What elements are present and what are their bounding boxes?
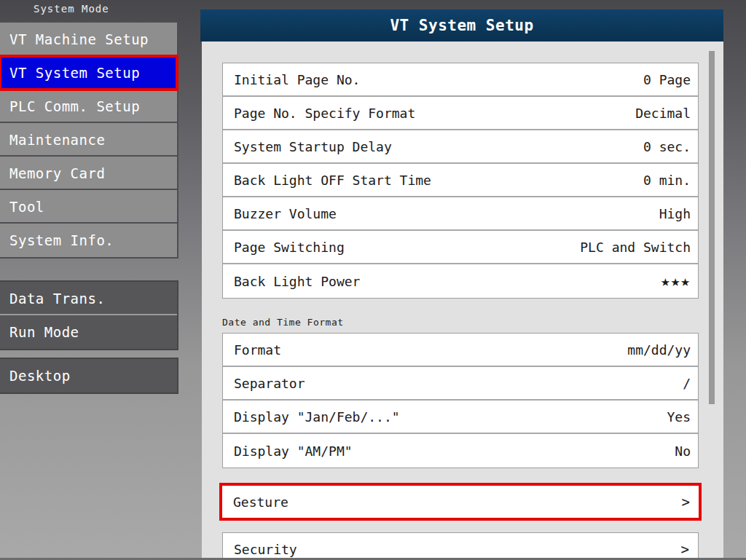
- sidebar-item-desktop[interactable]: Desktop: [0, 359, 177, 393]
- sidebar-item-vt-system-setup[interactable]: VT System Setup: [0, 56, 177, 90]
- desktop-menu: Desktop: [0, 358, 178, 394]
- sidebar-item-maintenance[interactable]: Maintenance: [0, 123, 177, 157]
- chevron-right-icon: >: [682, 494, 690, 510]
- sidebar-item-tool[interactable]: Tool: [0, 190, 177, 224]
- setting-value: 0 sec.: [643, 139, 691, 154]
- nav-row-label: Security: [234, 542, 297, 557]
- setting-label: Buzzer Volume: [234, 206, 337, 221]
- row-back-light-power[interactable]: Back Light Power ★★★: [223, 264, 698, 298]
- setting-label: Back Light OFF Start Time: [234, 173, 431, 188]
- page-title: VT System Setup: [200, 9, 723, 42]
- setting-label: Format: [234, 342, 281, 358]
- setting-value: PLC and Switch: [580, 240, 691, 255]
- row-page-no-specify-format[interactable]: Page No. Specify Format Decimal: [223, 97, 698, 130]
- setting-value: /: [683, 376, 691, 391]
- row-gesture[interactable]: Gesture >: [219, 483, 702, 521]
- star-rating: ★★★: [661, 272, 691, 290]
- settings-panel: Initial Page No. 0 Page Page No. Specify…: [202, 42, 723, 560]
- row-display-jan-feb[interactable]: Display "Jan/Feb/..." Yes: [223, 401, 698, 434]
- setting-value: mm/dd/yy: [627, 342, 691, 358]
- setting-label: Display "Jan/Feb/...": [234, 409, 400, 425]
- row-system-startup-delay[interactable]: System Startup Delay 0 sec.: [223, 130, 698, 164]
- setting-value: Decimal: [635, 106, 691, 121]
- setting-label: Initial Page No.: [234, 72, 360, 87]
- sidebar-item-memory-card[interactable]: Memory Card: [0, 157, 177, 190]
- sidebar-item-run-mode[interactable]: Run Mode: [0, 315, 177, 349]
- setting-label: Page Switching: [234, 240, 345, 255]
- row-initial-page-no[interactable]: Initial Page No. 0 Page: [223, 63, 698, 97]
- row-back-light-off-start-time[interactable]: Back Light OFF Start Time 0 min.: [223, 164, 698, 197]
- nav-row-label: Gesture: [233, 494, 288, 510]
- datetime-section-label: Date and Time Format: [222, 317, 344, 328]
- setting-label: Page No. Specify Format: [234, 106, 415, 121]
- sidebar-item-plc-comm-setup[interactable]: PLC Comm. Setup: [0, 90, 177, 123]
- setting-value: 0 Page: [643, 72, 691, 87]
- row-page-switching[interactable]: Page Switching PLC and Switch: [223, 231, 698, 264]
- general-settings-group: Initial Page No. 0 Page Page No. Specify…: [222, 63, 699, 299]
- row-display-am-pm[interactable]: Display "AM/PM" No: [223, 434, 698, 468]
- setting-value: High: [659, 206, 691, 221]
- datetime-settings-group: Format mm/dd/yy Separator / Display "Jan…: [222, 333, 699, 468]
- setting-value: 0 min.: [643, 173, 691, 188]
- row-security[interactable]: Security >: [222, 532, 699, 560]
- system-mode-title: System Mode: [34, 3, 109, 15]
- mode-switch-menu: Data Trans. Run Mode: [0, 280, 178, 350]
- row-format[interactable]: Format mm/dd/yy: [223, 334, 698, 367]
- chevron-right-icon: >: [681, 541, 689, 557]
- system-mode-menu: VT Machine Setup VT System Setup PLC Com…: [0, 21, 178, 259]
- setting-label: Back Light Power: [234, 274, 360, 289]
- setting-label: Separator: [234, 376, 305, 391]
- sidebar-item-data-trans[interactable]: Data Trans.: [0, 282, 177, 315]
- hmi-screen: System Mode VT Machine Setup VT System S…: [0, 0, 746, 560]
- scrollbar-thumb[interactable]: [709, 51, 715, 404]
- row-buzzer-volume[interactable]: Buzzer Volume High: [223, 197, 698, 231]
- setting-value: No: [675, 443, 691, 459]
- sidebar-item-system-info[interactable]: System Info.: [0, 224, 177, 257]
- row-separator[interactable]: Separator /: [223, 367, 698, 401]
- setting-value: Yes: [667, 409, 691, 425]
- sidebar-item-vt-machine-setup[interactable]: VT Machine Setup: [0, 23, 177, 56]
- setting-label: Display "AM/PM": [234, 443, 353, 459]
- setting-label: System Startup Delay: [234, 139, 392, 154]
